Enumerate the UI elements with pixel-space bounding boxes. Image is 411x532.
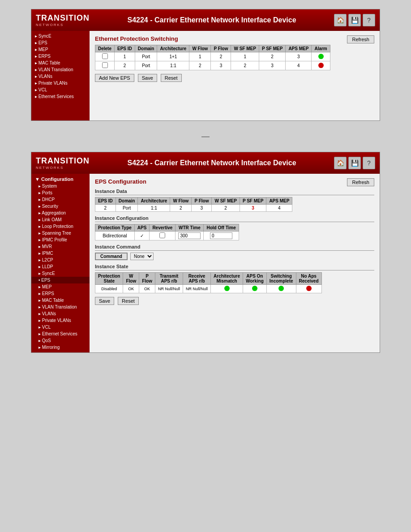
- eps-id-cell: 2: [115, 61, 135, 70]
- top-refresh-button[interactable]: Refresh: [347, 35, 374, 43]
- pflw-cell: 3: [211, 61, 231, 70]
- logo: TRANSITION NETWORKS: [36, 13, 90, 27]
- table-row: 2 Port 1:1 2 3 2 3 4: [95, 61, 330, 70]
- ic-wtr[interactable]: [176, 232, 204, 240]
- sidebar-item-erps[interactable]: ▸ ERPS: [31, 53, 90, 60]
- sidebar-item-vcl[interactable]: ▸ VCL: [31, 86, 90, 93]
- sidebar-mirroring[interactable]: ▸ Mirroring: [31, 344, 90, 351]
- sidebar-vlans[interactable]: ▸ VLANs: [31, 310, 90, 317]
- bottom-save-icon[interactable]: 💾: [348, 157, 361, 169]
- is-wflow: OK: [123, 285, 139, 293]
- psfmep-cell: 3: [259, 61, 286, 70]
- sidebar-mac-table[interactable]: ▸ MAC Table: [31, 297, 90, 304]
- col-pflw: P Flow: [211, 45, 231, 52]
- save-icon[interactable]: 💾: [348, 14, 361, 26]
- sidebar-qos[interactable]: ▸ QoS: [31, 337, 90, 344]
- instance-config-table: Protection Type APS Revertive WTR Time H…: [95, 224, 239, 240]
- sidebar-configuration[interactable]: ▼ Configuration: [31, 176, 90, 183]
- sidebar-item-mac-table[interactable]: ▸ MAC Table: [31, 60, 90, 66]
- col-psfmep: P SF MEP: [259, 45, 286, 52]
- sidebar-mvr[interactable]: ▸ MVR: [31, 243, 90, 250]
- bottom-logo-sub: NETWORKS: [36, 166, 64, 170]
- revertive-checkbox[interactable]: [159, 232, 165, 238]
- wtr-input[interactable]: [178, 232, 201, 239]
- bottom-content: Refresh EPS Configuration Instance Data …: [90, 174, 380, 352]
- bottom-logo-text: TRANSITION: [36, 156, 90, 166]
- sidebar-system[interactable]: ▸ System: [31, 183, 90, 189]
- sidebar-lldp[interactable]: ▸ LLDP: [31, 263, 90, 270]
- sidebar-item-eps[interactable]: ▸ EPS: [31, 39, 90, 46]
- sidebar-ports[interactable]: ▸ Ports: [31, 189, 90, 196]
- help-icon[interactable]: ?: [363, 14, 375, 26]
- alarm-cell: [312, 52, 330, 61]
- ic-revert[interactable]: [150, 232, 176, 240]
- sidebar-vcl[interactable]: ▸ VCL: [31, 324, 90, 330]
- id-pflw: 3: [192, 205, 212, 212]
- top-save-button[interactable]: Save: [138, 74, 157, 82]
- apsmep-cell: 3: [286, 52, 312, 61]
- bottom-refresh-button[interactable]: Refresh: [347, 178, 374, 186]
- bottom-help-icon[interactable]: ?: [363, 157, 375, 169]
- id-psfmep: 3: [240, 205, 266, 212]
- delete-cell[interactable]: [95, 61, 115, 70]
- sidebar-eth-services[interactable]: ▸ Ethernet Services: [31, 330, 90, 337]
- home-icon[interactable]: 🏠: [334, 14, 347, 26]
- arch-cell: 1+1: [157, 52, 189, 61]
- sidebar-item-mep[interactable]: ▸ MEP: [31, 46, 90, 53]
- instance-config-title: Instance Configuration: [95, 215, 374, 222]
- is-pflw: OK: [139, 285, 155, 293]
- logo-text: TRANSITION: [36, 13, 90, 23]
- is-apswork: [243, 285, 266, 293]
- is-col-wflow: WFlow: [123, 273, 139, 285]
- top-panel-body: ▸ SyncE ▸ EPS ▸ MEP ▸ ERPS ▸ MAC Table ▸…: [31, 31, 380, 120]
- instance-data-title: Instance Data: [95, 189, 374, 195]
- sidebar-l2cp[interactable]: ▸ L2CP: [31, 257, 90, 263]
- command-select[interactable]: None: [130, 253, 154, 260]
- bottom-home-icon[interactable]: 🏠: [334, 157, 347, 169]
- ic-holdoff[interactable]: [204, 232, 239, 240]
- sidebar-item-vlan-trans[interactable]: ▸ VLAN Translation: [31, 66, 90, 73]
- sidebar-mep[interactable]: ▸ MEP: [31, 283, 90, 290]
- table-row: 1 Port 1+1 1 2 1 2 3: [95, 52, 330, 61]
- instance-data-table: EPS ID Domain Architecture W Flow P Flow…: [95, 197, 292, 212]
- bottom-section-title: EPS Configuration: [95, 178, 374, 185]
- sidebar-security[interactable]: ▸ Security: [31, 203, 90, 210]
- sidebar-ipmc-profile[interactable]: ▸ IPMC Profile: [31, 236, 90, 243]
- sidebar-dhcp[interactable]: ▸ DHCP: [31, 196, 90, 203]
- sidebar-link-oam[interactable]: ▸ Link OAM: [31, 216, 90, 223]
- delete-checkbox[interactable]: [102, 62, 108, 68]
- alarm-indicator: [318, 54, 324, 59]
- top-reset-button[interactable]: Reset: [161, 74, 182, 82]
- bottom-reset-button[interactable]: Reset: [118, 297, 139, 305]
- domain-cell: Port: [135, 61, 157, 70]
- id-col-wflow: W Flow: [170, 197, 192, 205]
- command-button[interactable]: Command: [95, 253, 128, 260]
- sidebar-item-eth-services[interactable]: ▸ Ethernet Services: [31, 93, 90, 100]
- sidebar-vlan-trans[interactable]: ▸ VLAN Translation: [31, 304, 90, 310]
- sidebar-private-vlans[interactable]: ▸ Private VLANs: [31, 317, 90, 324]
- ic-col-aps: APS: [134, 224, 150, 232]
- sidebar-aggregation[interactable]: ▸ Aggregation: [31, 210, 90, 216]
- id-apsmep: 4: [266, 205, 292, 212]
- sidebar-synce[interactable]: ▸ SyncE: [31, 270, 90, 277]
- domain-cell: Port: [135, 52, 157, 61]
- id-epsid: 2: [95, 205, 116, 212]
- ic-col-ptype: Protection Type: [95, 224, 135, 232]
- delete-cell[interactable]: [95, 52, 115, 61]
- holdoff-input[interactable]: [210, 232, 232, 239]
- bottom-save-button[interactable]: Save: [95, 297, 114, 305]
- sidebar-item-vlans[interactable]: ▸ VLANs: [31, 73, 90, 80]
- ic-col-holdoff: Hold Off Time: [204, 224, 239, 232]
- add-new-eps-button[interactable]: Add New EPS: [95, 74, 134, 82]
- sidebar-erps[interactable]: ▸ ERPS: [31, 290, 90, 297]
- sidebar-item-private-vlans[interactable]: ▸ Private VLANs: [31, 80, 90, 86]
- sidebar-loop-protection[interactable]: ▸ Loop Protection: [31, 223, 90, 230]
- sidebar-eps[interactable]: • EPS: [31, 277, 90, 283]
- command-row: Command None: [95, 253, 374, 260]
- sidebar-item-synce[interactable]: ▸ SyncE: [31, 33, 90, 39]
- wsfmep-cell: 2: [231, 61, 259, 70]
- delete-checkbox[interactable]: [102, 53, 108, 59]
- is-col-noaps: No ApsReceived: [296, 273, 321, 285]
- sidebar-ipmc[interactable]: ▸ IPMC: [31, 250, 90, 257]
- sidebar-spanning-tree[interactable]: ▸ Spanning Tree: [31, 230, 90, 236]
